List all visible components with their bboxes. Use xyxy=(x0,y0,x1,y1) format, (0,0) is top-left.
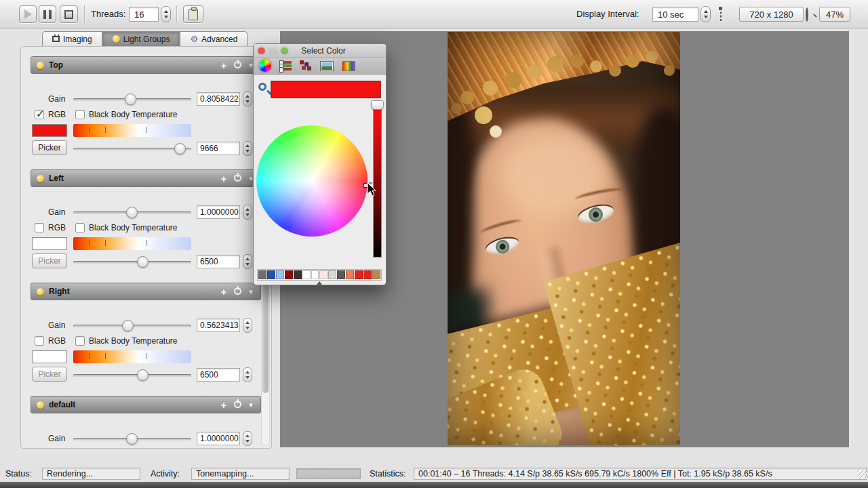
palette-swatch[interactable] xyxy=(346,270,354,279)
power-icon[interactable] xyxy=(234,174,242,182)
group-header-left[interactable]: Left + ▾ xyxy=(31,169,261,187)
pause-button[interactable] xyxy=(39,5,56,23)
add-icon[interactable]: + xyxy=(218,60,229,71)
palette-swatch[interactable] xyxy=(311,270,319,279)
display-interval-input[interactable]: 10 sec xyxy=(652,7,698,22)
activity-label: Activity: xyxy=(151,469,180,479)
tab-advanced[interactable]: ⚙ Advanced xyxy=(180,31,248,46)
group-header-default[interactable]: default + ▾ xyxy=(31,396,261,413)
threads-input[interactable]: 16 xyxy=(129,7,159,22)
stop-button[interactable] xyxy=(60,5,78,23)
picker-value[interactable]: 6500 xyxy=(197,368,240,382)
add-icon[interactable]: + xyxy=(218,286,229,298)
gain-stepper[interactable] xyxy=(243,205,252,220)
blackbody-gradient[interactable] xyxy=(73,237,191,250)
gain-value[interactable]: 0.5623413 xyxy=(197,319,240,332)
gain-slider-knob[interactable] xyxy=(125,94,136,105)
chevron-down-icon[interactable]: ▾ xyxy=(247,401,255,409)
brightness-slider-handle[interactable] xyxy=(371,100,384,110)
rgb-checkbox[interactable]: ✓ xyxy=(35,110,44,119)
palette-swatch[interactable] xyxy=(328,270,336,279)
rgb-checkbox[interactable] xyxy=(35,223,44,232)
palette-swatch[interactable] xyxy=(372,270,380,279)
bbt-checkbox[interactable] xyxy=(75,223,85,232)
bbt-checkbox[interactable] xyxy=(75,110,85,119)
crayons-tab-icon[interactable] xyxy=(342,61,355,71)
picker-stepper[interactable] xyxy=(243,141,252,156)
palette-swatch[interactable] xyxy=(258,270,267,279)
palette-swatch[interactable] xyxy=(276,270,284,279)
gain-slider-knob[interactable] xyxy=(126,207,138,218)
play-button[interactable] xyxy=(19,5,37,23)
threads-stepper[interactable] xyxy=(161,6,171,22)
picker-value[interactable]: 6500 xyxy=(197,255,240,268)
zoom-magnifier-icon[interactable] xyxy=(806,9,808,21)
display-interval-stepper[interactable] xyxy=(701,6,711,22)
palette-swatch[interactable] xyxy=(285,270,293,279)
gain-slider[interactable] xyxy=(73,98,191,101)
picker-slider-knob[interactable] xyxy=(137,369,149,381)
color-wheel-tab-icon[interactable] xyxy=(259,60,271,72)
zoom-window-icon[interactable] xyxy=(281,47,288,54)
picker-button[interactable]: Picker xyxy=(32,367,67,382)
picker-slider[interactable] xyxy=(73,148,191,150)
resize-icon[interactable] xyxy=(720,9,722,21)
blackbody-gradient[interactable] xyxy=(73,350,191,363)
brightness-slider[interactable] xyxy=(373,104,382,258)
swatch-drawer-handle[interactable] xyxy=(317,281,322,285)
picker-stepper[interactable] xyxy=(243,254,252,269)
color-sliders-tab-icon[interactable] xyxy=(279,60,292,71)
chevron-down-icon[interactable]: ▾ xyxy=(247,287,255,296)
group-color-swatch[interactable] xyxy=(32,237,67,250)
picker-button[interactable]: Picker xyxy=(32,253,67,268)
group-color-swatch[interactable] xyxy=(32,350,67,363)
gain-slider[interactable] xyxy=(73,325,191,327)
bbt-checkbox[interactable] xyxy=(75,336,85,346)
gain-stepper[interactable] xyxy=(243,318,252,333)
power-icon[interactable] xyxy=(234,401,242,409)
gain-slider-knob[interactable] xyxy=(126,433,138,445)
group-color-swatch[interactable] xyxy=(32,124,67,137)
picker-button[interactable]: Picker xyxy=(32,140,67,155)
gain-stepper[interactable] xyxy=(243,431,252,446)
palette-swatch[interactable] xyxy=(319,270,328,279)
palette-swatch[interactable] xyxy=(302,270,311,279)
color-wheel[interactable] xyxy=(256,125,368,237)
resize-grip[interactable] xyxy=(856,469,867,479)
tab-light-groups[interactable]: Light Groups xyxy=(102,31,180,46)
picker-value[interactable]: 9666 xyxy=(197,142,240,155)
palette-swatch[interactable] xyxy=(355,270,363,279)
add-icon[interactable]: + xyxy=(218,173,229,184)
gain-slider[interactable] xyxy=(73,211,191,214)
blackbody-gradient[interactable] xyxy=(73,124,191,137)
add-icon[interactable]: + xyxy=(218,399,229,411)
rgb-checkbox[interactable] xyxy=(35,336,44,346)
close-icon[interactable] xyxy=(258,47,265,54)
picker-slider-knob[interactable] xyxy=(174,143,186,155)
gain-slider-knob[interactable] xyxy=(122,320,134,331)
tab-imaging[interactable]: Imaging xyxy=(42,31,102,46)
image-palettes-tab-icon[interactable] xyxy=(320,61,334,71)
palette-swatch[interactable] xyxy=(267,270,275,279)
palette-swatch[interactable] xyxy=(337,270,345,279)
group-header-right[interactable]: Right + ▾ xyxy=(31,283,261,300)
gain-value[interactable]: 1.0000000 xyxy=(197,432,240,445)
copy-log-button[interactable] xyxy=(183,5,203,23)
palette-swatch[interactable] xyxy=(363,270,372,279)
color-picker-loupe-icon[interactable] xyxy=(258,83,267,91)
gain-slider[interactable] xyxy=(73,438,191,441)
dialog-titlebar[interactable]: Select Color xyxy=(254,44,386,58)
palette-swatch[interactable] xyxy=(294,270,302,279)
gain-value[interactable]: 0.8058422 xyxy=(197,92,240,106)
color-palettes-tab-icon[interactable] xyxy=(300,60,312,71)
picker-slider[interactable] xyxy=(73,374,191,377)
gain-stepper[interactable] xyxy=(243,92,252,106)
power-icon[interactable] xyxy=(234,287,242,296)
picker-slider[interactable] xyxy=(73,261,191,264)
picker-stepper[interactable] xyxy=(243,367,252,382)
minimize-icon[interactable] xyxy=(269,47,277,54)
power-icon[interactable] xyxy=(234,61,242,69)
picker-slider-knob[interactable] xyxy=(137,256,149,268)
group-header-top[interactable]: Top + ▾ xyxy=(31,56,261,74)
gain-value[interactable]: 1.0000000 xyxy=(197,205,240,219)
